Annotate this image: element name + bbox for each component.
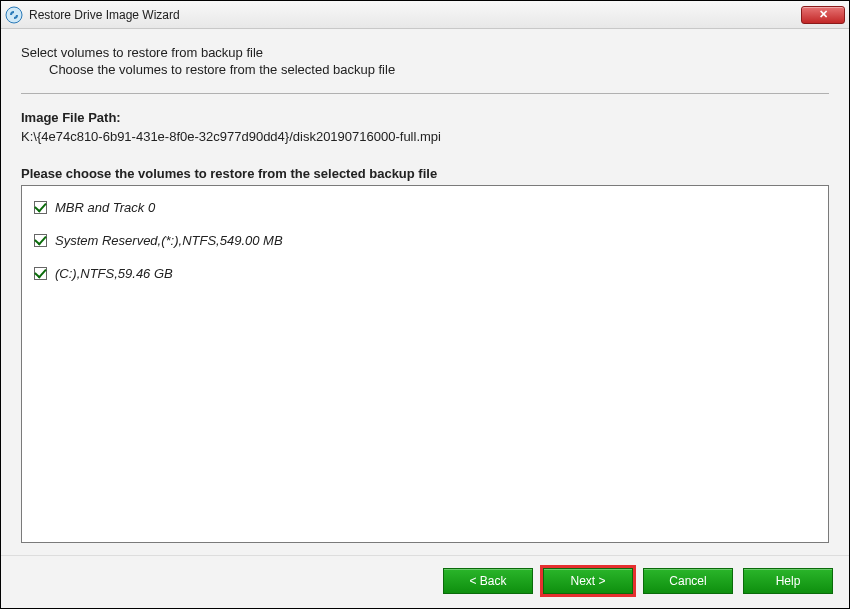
volume-item-c[interactable]: (C:),NTFS,59.46 GB — [34, 266, 816, 281]
svg-point-0 — [6, 7, 22, 23]
volumes-list: MBR and Track 0 System Reserved,(*:),NTF… — [21, 185, 829, 543]
volume-label: MBR and Track 0 — [55, 200, 155, 215]
help-button[interactable]: Help — [743, 568, 833, 594]
page-title: Select volumes to restore from backup fi… — [21, 45, 829, 60]
cancel-button[interactable]: Cancel — [643, 568, 733, 594]
divider — [21, 93, 829, 94]
volume-label: System Reserved,(*:),NTFS,549.00 MB — [55, 233, 283, 248]
page-subtitle: Choose the volumes to restore from the s… — [21, 62, 829, 77]
volume-item-mbr[interactable]: MBR and Track 0 — [34, 200, 816, 215]
volumes-label: Please choose the volumes to restore fro… — [21, 166, 829, 181]
image-path-label: Image File Path: — [21, 110, 829, 125]
content-area: Select volumes to restore from backup fi… — [1, 29, 849, 555]
checkbox-c[interactable] — [34, 267, 47, 280]
image-path-value: K:\{4e74c810-6b91-431e-8f0e-32c977d90dd4… — [21, 129, 829, 144]
page-header: Select volumes to restore from backup fi… — [21, 45, 829, 77]
volume-label: (C:),NTFS,59.46 GB — [55, 266, 173, 281]
volume-item-system-reserved[interactable]: System Reserved,(*:),NTFS,549.00 MB — [34, 233, 816, 248]
checkbox-system-reserved[interactable] — [34, 234, 47, 247]
titlebar: Restore Drive Image Wizard ✕ — [1, 1, 849, 29]
checkbox-mbr[interactable] — [34, 201, 47, 214]
next-button[interactable]: Next > — [543, 568, 633, 594]
window-title: Restore Drive Image Wizard — [29, 8, 801, 22]
app-icon — [5, 6, 23, 24]
close-button[interactable]: ✕ — [801, 6, 845, 24]
wizard-window: Restore Drive Image Wizard ✕ Select volu… — [0, 0, 850, 609]
back-button[interactable]: < Back — [443, 568, 533, 594]
close-icon: ✕ — [819, 9, 828, 20]
button-row: < Back Next > Cancel Help — [1, 555, 849, 608]
